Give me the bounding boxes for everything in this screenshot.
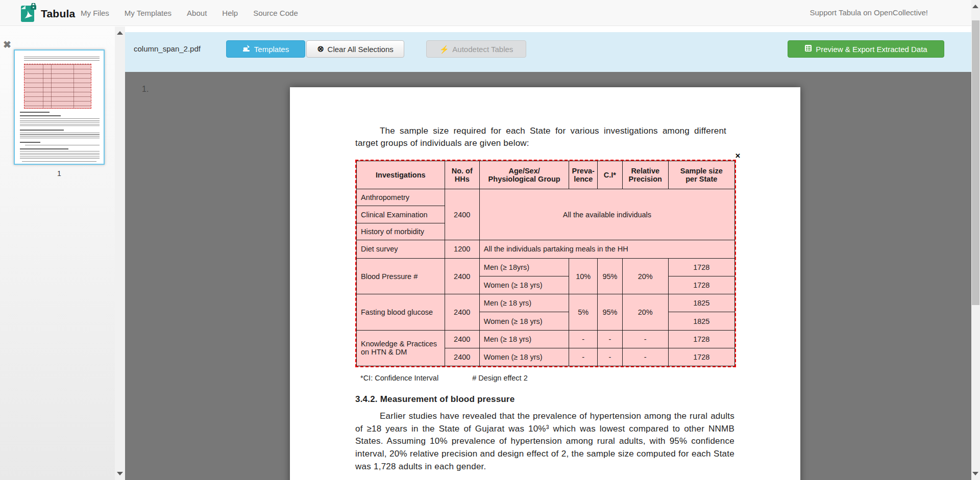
table-cell: -	[622, 348, 668, 366]
current-filename: column_span_2.pdf	[134, 40, 201, 58]
autodetect-button-label: Autodetect Tables	[452, 45, 513, 54]
table-cell: Women (≥ 18 yrs)	[479, 348, 569, 366]
table-cell: 95%	[597, 258, 622, 294]
table-cell: 1728	[668, 330, 734, 348]
table-cell: 20%	[622, 258, 668, 294]
table-cell: 2400	[445, 258, 479, 294]
table-cell: 2400	[445, 189, 479, 240]
thumb-text-lines	[25, 145, 100, 147]
pdf-page[interactable]: The sample size required for each State …	[290, 87, 800, 480]
thumb-text-lines	[24, 57, 100, 61]
tabula-app: Tabula My Files My Templates About Help …	[0, 0, 980, 480]
lightning-icon: ⚡	[439, 45, 449, 53]
support-link[interactable]: Support Tabula on OpenCollective!	[810, 8, 928, 17]
thumb-text-lines	[20, 151, 100, 160]
table-cell: 1728	[668, 276, 734, 294]
remove-file-icon[interactable]: ✖	[3, 40, 11, 49]
nav-menu: My Files My Templates About Help Source …	[73, 0, 306, 26]
table-cell: All the individuals partaking meals in t…	[479, 240, 734, 258]
table-cell: 1200	[445, 240, 479, 258]
preview-export-button[interactable]: Preview & Export Extracted Data	[788, 40, 944, 58]
toolbar: column_span_2.pdf Templates ⊗ Clear All …	[125, 32, 971, 72]
table-row: Anthropometry2400All the available indiv…	[357, 189, 735, 206]
table-header-cell: Relative Precision	[622, 161, 668, 189]
sidebar-scrollbar[interactable]	[115, 27, 125, 480]
export-button-label: Preview & Export Extracted Data	[816, 45, 927, 54]
table-cell: Men (≥ 18 yrs)	[479, 294, 569, 312]
clear-circle-icon: ⊗	[317, 45, 324, 53]
thumbnail-sidebar: ✖ 1	[0, 27, 115, 480]
scroll-up-icon[interactable]	[117, 31, 123, 35]
thumbnail-selection-box	[24, 64, 91, 109]
thumb-text-lines	[20, 118, 100, 127]
table-cell: -	[597, 330, 622, 348]
page-thumbnail[interactable]	[14, 49, 105, 165]
table-cell: 10%	[569, 258, 598, 294]
table-cell: Blood Pressure #	[357, 258, 445, 294]
table-row: Fasting blood glucose2400Men (≥ 18 yrs)5…	[357, 294, 735, 312]
table-cell: Men (≥ 18yrs)	[479, 258, 569, 276]
table-cell: All the available individuals	[479, 189, 734, 240]
thumb-heading-bar	[20, 142, 40, 143]
export-table-icon	[804, 44, 812, 54]
table-row: Diet survey1200All the individuals parta…	[357, 240, 735, 258]
template-icon	[242, 44, 251, 54]
section-heading: 3.4.2. Measurement of blood pressure	[355, 394, 514, 405]
window-scrollbar[interactable]	[971, 0, 980, 480]
brand-name: Tabula	[41, 8, 75, 20]
scroll-down-icon[interactable]	[117, 472, 123, 475]
nav-item-help[interactable]: Help	[214, 9, 246, 17]
table-cell: History of morbidity	[357, 223, 445, 240]
table-cell: -	[622, 330, 668, 348]
scroll-down-icon[interactable]	[972, 472, 978, 475]
table-cell: -	[597, 348, 622, 366]
table-cell: 1825	[668, 312, 734, 330]
thumb-text-lines	[20, 133, 100, 140]
thumb-heading-bar	[20, 112, 50, 113]
table-header-cell: Preva- lence	[569, 161, 598, 189]
nav-item-my-files[interactable]: My Files	[73, 9, 117, 17]
table-header-cell: Investigations	[357, 161, 445, 189]
table-cell: Fasting blood glucose	[357, 294, 445, 330]
table-row: Knowledge & Practices on HTN & DM2400Men…	[357, 330, 735, 348]
table-header-cell: No. of HHs	[445, 161, 479, 189]
thumb-heading-bar	[20, 148, 68, 149]
intro-paragraph: The sample size required for each State …	[355, 125, 726, 149]
table-footnotes: *CI: Confidence Interval # Design effect…	[360, 374, 528, 382]
table-header-cell: Sample size per State	[668, 161, 734, 189]
nav-item-source-code[interactable]: Source Code	[246, 9, 306, 17]
table-cell: Knowledge & Practices on HTN & DM	[357, 330, 445, 366]
top-navbar: Tabula My Files My Templates About Help …	[0, 0, 971, 26]
table-cell: -	[569, 348, 598, 366]
scrollbar-thumb[interactable]	[972, 20, 979, 305]
thumb-heading-bar	[20, 115, 61, 116]
thumb-footer-line	[22, 161, 96, 162]
body-paragraph: Earlier studies have revealed that the p…	[355, 410, 734, 473]
brand[interactable]: Tabula	[20, 3, 75, 24]
table-cell: 2400	[445, 294, 479, 330]
templates-button-label: Templates	[254, 45, 289, 54]
nav-item-my-templates[interactable]: My Templates	[117, 9, 179, 17]
selection-close-icon[interactable]: ✕	[735, 152, 741, 160]
table-cell: 1728	[668, 348, 734, 366]
table-selection-overlay[interactable]: ✕ InvestigationsNo. of HHsAge/Sex/ Physi…	[355, 160, 736, 367]
document-canvas: 1. The sample size required for each Sta…	[125, 72, 971, 480]
table-cell: 2400	[445, 330, 479, 348]
table-cell: 95%	[597, 294, 622, 330]
table-cell: -	[569, 330, 598, 348]
thumbnail-page-number: 1	[14, 169, 105, 178]
clear-all-selections-button[interactable]: ⊗ Clear All Selections	[306, 40, 404, 58]
table-cell: Diet survey	[357, 240, 445, 258]
table-header-row: InvestigationsNo. of HHsAge/Sex/ Physiol…	[357, 161, 735, 189]
table-row: Blood Pressure #2400Men (≥ 18yrs)10%95%2…	[357, 258, 735, 276]
clear-button-label: Clear All Selections	[328, 45, 394, 54]
workspace: column_span_2.pdf Templates ⊗ Clear All …	[125, 27, 971, 480]
templates-button[interactable]: Templates	[226, 40, 305, 58]
footnote-design-effect: # Design effect 2	[472, 374, 528, 382]
thumb-heading-bar	[20, 130, 64, 131]
table-cell: Anthropometry	[357, 189, 445, 206]
scroll-up-icon[interactable]	[972, 5, 978, 8]
nav-item-about[interactable]: About	[179, 9, 214, 17]
table-header-cell: C.I*	[597, 161, 622, 189]
page-marker: 1.	[142, 85, 149, 94]
